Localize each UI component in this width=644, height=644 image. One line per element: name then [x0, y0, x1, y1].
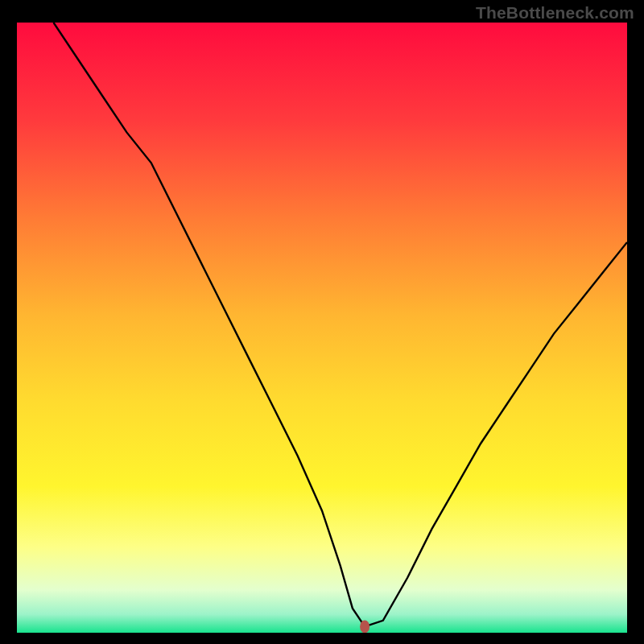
- chart-frame: TheBottleneck.com: [0, 0, 644, 644]
- watermark-label: TheBottleneck.com: [476, 3, 634, 23]
- optimal-point-marker: [360, 620, 369, 633]
- bottleneck-chart: [17, 23, 627, 633]
- plot-background: [17, 23, 627, 633]
